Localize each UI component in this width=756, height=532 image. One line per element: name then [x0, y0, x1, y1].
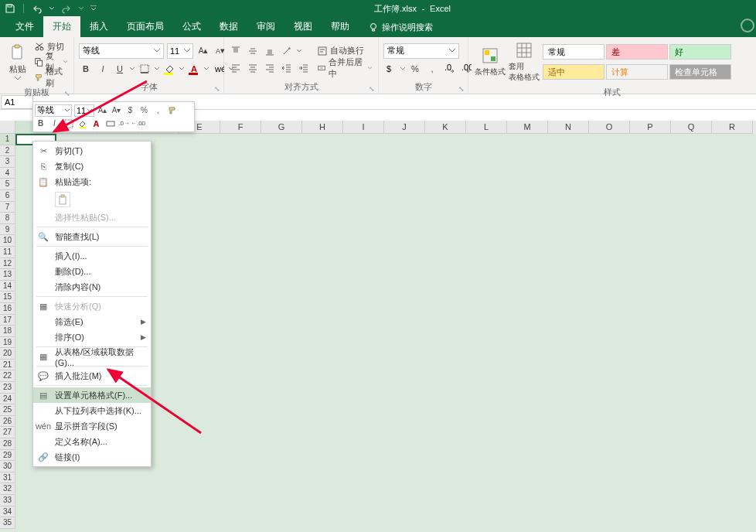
comma-format-icon[interactable]: , — [425, 62, 439, 76]
mini-size-select[interactable]: 11 — [74, 104, 94, 117]
format-painter-button[interactable]: 格式刷 — [32, 70, 69, 84]
col-header-P[interactable]: P — [630, 121, 671, 134]
style-normal[interactable]: 常规 — [543, 44, 604, 60]
row-header-13[interactable]: 13 — [0, 269, 15, 281]
style-good[interactable]: 好 — [669, 44, 731, 60]
ctx-format-cells[interactable]: ▤设置单元格格式(F)... — [33, 387, 151, 403]
row-header-35[interactable]: 35 — [0, 517, 15, 529]
redo-icon[interactable] — [61, 3, 72, 14]
mini-format-painter-icon[interactable] — [166, 104, 178, 116]
ctx-copy[interactable]: ⎘复制(C) — [33, 159, 151, 174]
mini-decrease-font-icon[interactable]: A▾ — [111, 104, 122, 116]
mini-comma-icon[interactable]: , — [152, 104, 164, 116]
ctx-define-name[interactable]: 定义名称(A)... — [33, 434, 151, 449]
ctx-insert[interactable]: 插入(I)... — [33, 248, 151, 264]
row-header-21[interactable]: 21 — [0, 360, 15, 371]
ctx-filter[interactable]: 筛选(E)▶ — [33, 314, 151, 329]
mini-inc-decimal-icon[interactable]: .0→ — [118, 118, 130, 129]
row-header-12[interactable]: 12 — [0, 258, 15, 270]
row-header-2[interactable]: 2 — [0, 145, 15, 157]
col-header-I[interactable]: I — [343, 121, 384, 134]
tell-me-search[interactable]: 操作说明搜索 — [362, 18, 439, 37]
ctx-clear[interactable]: 清除内容(N) — [33, 279, 151, 295]
align-right-icon[interactable] — [263, 61, 277, 75]
row-header-14[interactable]: 14 — [0, 281, 15, 292]
row-header-9[interactable]: 9 — [0, 224, 15, 236]
chevron-down-icon[interactable] — [400, 67, 405, 70]
mini-dec-decimal-icon[interactable]: ←.00 — [132, 118, 144, 129]
col-header-N[interactable]: N — [548, 121, 589, 134]
row-header-32[interactable]: 32 — [0, 483, 15, 495]
bold-button[interactable]: B — [79, 62, 93, 76]
qat-customize-icon[interactable] — [90, 5, 97, 12]
row-header-15[interactable]: 15 — [0, 292, 15, 303]
row-header-19[interactable]: 19 — [0, 337, 15, 349]
style-neutral[interactable]: 适中 — [543, 64, 604, 80]
row-header-28[interactable]: 28 — [0, 438, 15, 450]
col-header-Q[interactable]: Q — [671, 121, 712, 134]
chevron-down-icon[interactable] — [297, 49, 301, 53]
mini-accounting-icon[interactable]: $ — [124, 104, 136, 116]
align-center-icon[interactable] — [246, 61, 260, 75]
chevron-down-icon[interactable] — [179, 67, 184, 70]
font-size-select[interactable]: 11 — [167, 43, 193, 59]
ctx-sort[interactable]: 排序(O)▶ — [33, 329, 151, 345]
row-header-8[interactable]: 8 — [0, 213, 15, 224]
underline-button[interactable]: U — [113, 62, 127, 76]
row-header-23[interactable]: 23 — [0, 382, 15, 394]
ctx-show-pinyin[interactable]: wén显示拼音字段(S) — [33, 418, 151, 434]
save-icon[interactable] — [5, 3, 15, 14]
row-header-4[interactable]: 4 — [0, 168, 15, 179]
col-header-K[interactable]: K — [425, 121, 466, 134]
row-header-1[interactable]: 1 — [0, 134, 15, 145]
tab-file[interactable]: 文件 — [6, 16, 43, 37]
align-bottom-icon[interactable] — [263, 44, 277, 58]
style-bad[interactable]: 差 — [606, 44, 668, 60]
row-header-10[interactable]: 10 — [0, 235, 15, 247]
col-header-H[interactable]: H — [302, 121, 343, 134]
accounting-format-icon[interactable]: $ — [383, 62, 397, 76]
row-header-22[interactable]: 22 — [0, 370, 15, 382]
select-all-corner[interactable] — [0, 121, 15, 134]
tab-view[interactable]: 视图 — [284, 16, 322, 37]
row-header-5[interactable]: 5 — [0, 179, 15, 190]
row-header-18[interactable]: 18 — [0, 326, 15, 337]
undo-icon[interactable] — [32, 3, 43, 14]
account-circle-icon[interactable] — [741, 19, 754, 32]
mini-border-icon[interactable] — [63, 118, 74, 129]
tab-layout[interactable]: 页面布局 — [117, 16, 173, 37]
increase-font-icon[interactable]: A▴ — [196, 44, 210, 58]
font-launcher-icon[interactable]: ⤡ — [213, 85, 221, 93]
merge-center-button[interactable]: 合并后居中 — [315, 61, 373, 75]
col-header-F[interactable]: F — [220, 121, 261, 134]
decrease-indent-icon[interactable] — [280, 61, 294, 75]
mini-bold-icon[interactable]: B — [35, 118, 46, 129]
row-header-17[interactable]: 17 — [0, 315, 15, 326]
col-header-J[interactable]: J — [384, 121, 425, 134]
col-header-O[interactable]: O — [589, 121, 630, 134]
font-color-button[interactable]: A — [187, 62, 201, 76]
row-header-7[interactable]: 7 — [0, 202, 15, 213]
redo-dropdown-icon[interactable] — [78, 5, 84, 12]
chevron-down-icon[interactable] — [155, 67, 159, 70]
mini-percent-icon[interactable]: % — [138, 104, 150, 116]
ctx-get-data[interactable]: ▦从表格/区域获取数据(G)... — [33, 349, 151, 364]
row-header-30[interactable]: 30 — [0, 461, 15, 472]
clipboard-launcher-icon[interactable]: ⤡ — [63, 90, 71, 97]
col-header-L[interactable]: L — [466, 121, 507, 134]
chevron-down-icon[interactable] — [204, 67, 209, 70]
col-header-R[interactable]: R — [712, 121, 753, 134]
mini-fill-color-icon[interactable] — [77, 118, 88, 129]
undo-dropdown-icon[interactable] — [49, 5, 55, 12]
ctx-cut[interactable]: ✂剪切(T) — [33, 143, 151, 159]
ctx-insert-comment[interactable]: 💬插入批注(M) — [33, 368, 151, 384]
number-launcher-icon[interactable]: ⤡ — [458, 85, 465, 93]
conditional-format-button[interactable]: 条件格式 — [473, 39, 507, 84]
col-header-G[interactable]: G — [261, 121, 302, 134]
mini-font-select[interactable]: 等线 — [35, 104, 72, 117]
font-family-select[interactable]: 等线 — [79, 43, 164, 59]
row-header-27[interactable]: 27 — [0, 427, 15, 438]
row-header-31[interactable]: 31 — [0, 472, 15, 484]
row-header-34[interactable]: 34 — [0, 506, 15, 518]
ctx-delete[interactable]: 删除(D)... — [33, 264, 151, 279]
